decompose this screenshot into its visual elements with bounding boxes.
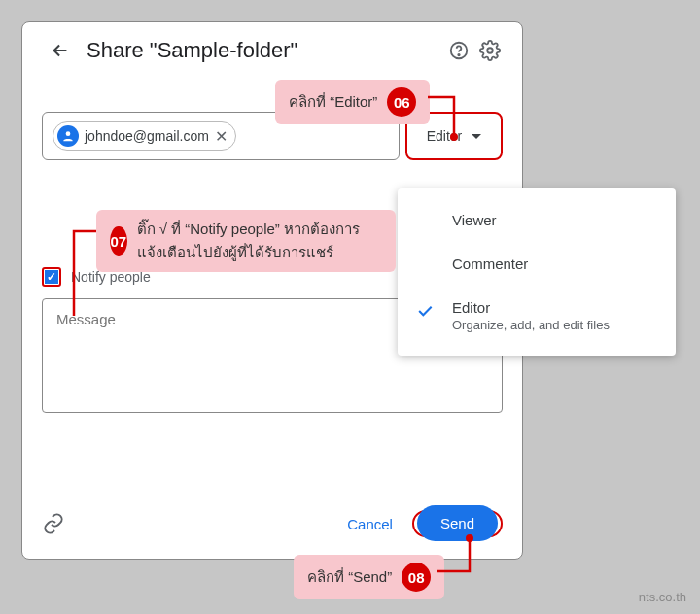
annotation-text: ติ๊ก √ ที่ “Notify people” หากต้องการแจ้…	[137, 218, 382, 264]
role-button-label: Editor	[427, 128, 463, 144]
chip-email: johndoe@gmail.com	[85, 128, 209, 144]
settings-gear-icon[interactable]	[477, 38, 503, 63]
cancel-button[interactable]: Cancel	[347, 516, 393, 532]
person-chip[interactable]: johndoe@gmail.com ✕	[52, 121, 236, 151]
back-arrow-icon[interactable]	[48, 38, 73, 63]
svg-point-2	[487, 48, 493, 53]
chip-remove-icon[interactable]: ✕	[215, 127, 228, 146]
annotation-badge: 06	[387, 87, 416, 117]
send-button[interactable]: Send	[417, 505, 498, 541]
checkmark-icon: ✓	[45, 270, 58, 284]
role-option-label: Commenter	[452, 256, 528, 272]
send-button-highlight: Send	[412, 510, 503, 537]
annotation-text: คลิกที่ “Editor”	[289, 90, 377, 114]
copy-link-icon[interactable]	[42, 512, 65, 535]
annotation-06: คลิกที่ “Editor” 06	[275, 80, 430, 124]
annotation-08: คลิกที่ “Send” 08	[294, 555, 444, 599]
svg-point-1	[458, 54, 459, 55]
dialog-header: Share "Sample-folder"	[22, 22, 522, 71]
notify-checkbox[interactable]: ✓	[42, 267, 61, 287]
help-icon[interactable]	[446, 38, 472, 63]
annotation-07: 07 ติ๊ก √ ที่ “Notify people” หากต้องการ…	[96, 210, 396, 272]
people-row: johndoe@gmail.com ✕ Editor	[42, 112, 503, 160]
dialog-title: Share "Sample-folder"	[87, 38, 440, 63]
dialog-footer: Cancel Send	[42, 510, 503, 537]
role-option-commenter[interactable]: Commenter	[398, 242, 676, 286]
role-option-label: Viewer	[452, 212, 497, 228]
annotation-badge: 08	[402, 563, 431, 592]
checkmark-icon	[415, 301, 435, 324]
role-option-sublabel: Organize, add, and edit files	[452, 318, 656, 332]
chevron-down-icon	[472, 134, 481, 139]
role-option-editor[interactable]: Editor Organize, add, and edit files	[398, 286, 676, 346]
role-option-label: Editor	[452, 299, 490, 316]
role-menu: Viewer Commenter Editor Organize, add, a…	[398, 188, 676, 356]
svg-point-3	[66, 131, 71, 136]
avatar-icon	[57, 125, 79, 147]
message-placeholder: Message	[56, 311, 116, 327]
annotation-text: คลิกที่ “Send”	[307, 565, 392, 589]
role-option-viewer[interactable]: Viewer	[398, 198, 676, 242]
watermark: nts.co.th	[639, 590, 686, 604]
annotation-badge: 07	[110, 226, 127, 256]
